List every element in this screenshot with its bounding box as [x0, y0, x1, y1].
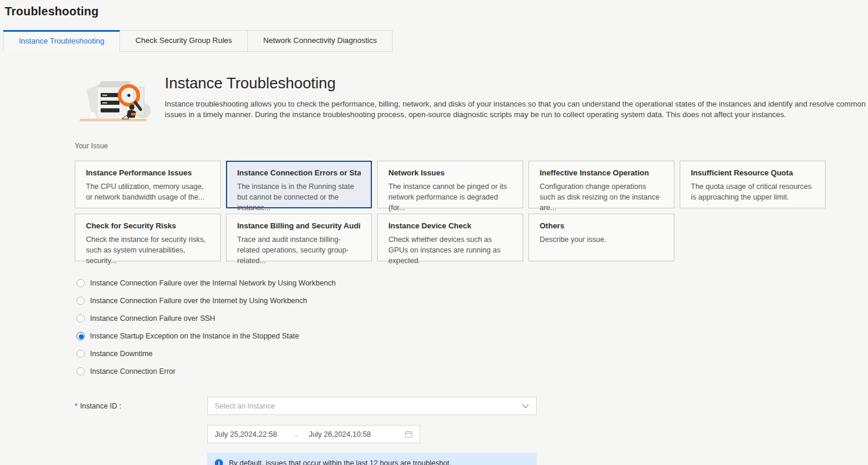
radio-internet-workbench[interactable]: Instance Connection Failure over the Int…: [75, 292, 868, 310]
hero-section: Instance Troubleshooting Instance troubl…: [75, 73, 868, 124]
notice-row: i By default, issues that occur within t…: [75, 453, 868, 465]
issue-card-insufficient-quota[interactable]: Insufficient Resource Quota The quota us…: [680, 161, 826, 208]
required-asterisk: *: [75, 402, 78, 410]
info-icon: i: [215, 459, 223, 465]
time-range-row: July 25,2024,22:58 → July 26,2024,10:58: [75, 425, 868, 443]
issue-card-description: The CPU utilization, memory usage, or ne…: [86, 181, 209, 202]
radio-icon: [77, 314, 85, 323]
end-time-value: July 26,2024,10:58: [309, 430, 371, 439]
hero-title: Instance Troubleshooting: [165, 74, 867, 92]
instance-select[interactable]: Select an instance: [207, 397, 537, 415]
tab-instance-troubleshooting[interactable]: Instance Troubleshooting: [3, 30, 120, 52]
issue-card-ineffective-operation[interactable]: Ineffective Instance Operation Configura…: [528, 161, 674, 208]
issue-card-description: Trace and audit instance billing-related…: [237, 234, 361, 266]
issue-card-description: Configuration change operations such as …: [540, 181, 663, 213]
issue-card-instance-performance[interactable]: Instance Performance Issues The CPU util…: [75, 161, 221, 208]
issue-card-grid: Instance Performance Issues The CPU util…: [75, 161, 868, 261]
radio-icon: [77, 367, 85, 376]
radio-label: Instance Downtime: [90, 350, 152, 358]
issue-card-title: Instance Performance Issues: [86, 168, 209, 177]
issue-card-description: Check whether devices such as GPUs on in…: [388, 234, 512, 266]
issue-card-title: Insufficient Resource Quota: [691, 168, 814, 177]
chevron-down-icon: [522, 404, 529, 408]
sub-issue-radio-list: Instance Connection Failure over the Int…: [75, 274, 868, 380]
radio-label: Instance Connection Failure over the Int…: [90, 279, 335, 287]
issue-card-title: Network Issues: [388, 168, 512, 177]
issue-card-title: Instance Device Check: [388, 221, 512, 230]
issue-card-description: The instance cannot be pinged or its net…: [388, 181, 512, 213]
notice-text: By default, issues that occur within the…: [229, 459, 451, 465]
tab-network-connectivity-diagnostics[interactable]: Network Connectivity Diagnostics: [248, 30, 393, 52]
your-issue-label: Your Issue: [75, 142, 868, 150]
issue-card-security-risks[interactable]: Check for Security Risks Check the insta…: [75, 214, 221, 261]
radio-label: Instance Connection Error: [90, 367, 175, 376]
issue-card-description: The quota usage of critical resources is…: [691, 181, 814, 202]
time-range-picker[interactable]: July 25,2024,22:58 → July 26,2024,10:58: [207, 425, 420, 443]
issue-card-others[interactable]: Others Describe your issue.: [528, 214, 674, 261]
radio-label: Instance Connection Failure over SSH: [90, 314, 215, 323]
main-content: Instance Troubleshooting Instance troubl…: [0, 73, 868, 465]
tab-check-security-group-rules[interactable]: Check Security Group Rules: [120, 30, 248, 52]
radio-icon: [77, 350, 85, 358]
instance-select-placeholder: Select an instance: [215, 402, 522, 410]
radio-label: Instance Startup Exception on the Instan…: [90, 332, 299, 340]
issue-card-title: Instance Connection Errors or Startu...: [237, 168, 361, 177]
radio-instance-connection-error[interactable]: Instance Connection Error: [75, 363, 868, 380]
issue-card-title: Others: [540, 221, 663, 230]
troubleshoot-form: *Instance ID : Select an instance July 2…: [75, 397, 868, 465]
issue-card-title: Check for Security Risks: [86, 221, 209, 230]
radio-instance-downtime[interactable]: Instance Downtime: [75, 345, 868, 363]
radio-icon: [77, 297, 85, 305]
tab-bar: Instance Troubleshooting Check Security …: [0, 30, 868, 52]
instance-id-label-text: Instance ID :: [80, 402, 121, 410]
issue-card-network-issues[interactable]: Network Issues The instance cannot be pi…: [377, 161, 523, 208]
issue-card-description: The instance is in the Running state but…: [237, 181, 361, 213]
issue-card-billing-security-audit[interactable]: Instance Billing and Security Audit Trac…: [226, 214, 372, 261]
instance-id-label: *Instance ID :: [75, 402, 207, 410]
range-arrow-icon: →: [292, 430, 300, 439]
issue-card-title: Instance Billing and Security Audit: [237, 221, 361, 230]
issue-card-description: Describe your issue.: [540, 234, 663, 245]
hero-text: Instance Troubleshooting Instance troubl…: [165, 73, 867, 120]
radio-icon-selected: [77, 332, 85, 340]
default-range-notice: i By default, issues that occur within t…: [207, 453, 537, 465]
radio-startup-exception[interactable]: Instance Startup Exception on the Instan…: [75, 327, 868, 345]
radio-internal-network-workbench[interactable]: Instance Connection Failure over the Int…: [75, 274, 868, 292]
troubleshooting-illustration-icon: [75, 74, 153, 124]
page-title: Troubleshooting: [0, 0, 868, 18]
radio-icon: [77, 279, 85, 287]
radio-ssh-failure[interactable]: Instance Connection Failure over SSH: [75, 310, 868, 327]
calendar-icon: [405, 430, 413, 438]
instance-id-row: *Instance ID : Select an instance: [75, 397, 868, 415]
start-time-value: July 25,2024,22:58: [215, 430, 277, 439]
radio-label: Instance Connection Failure over the Int…: [90, 297, 307, 305]
hero-description: Instance troubleshooting allows you to c…: [165, 99, 867, 120]
issue-card-title: Ineffective Instance Operation: [540, 168, 663, 177]
issue-card-description: Check the instance for security risks, s…: [86, 234, 209, 266]
issue-card-device-check[interactable]: Instance Device Check Check whether devi…: [377, 214, 523, 261]
issue-card-connection-errors[interactable]: Instance Connection Errors or Startu... …: [226, 161, 372, 208]
